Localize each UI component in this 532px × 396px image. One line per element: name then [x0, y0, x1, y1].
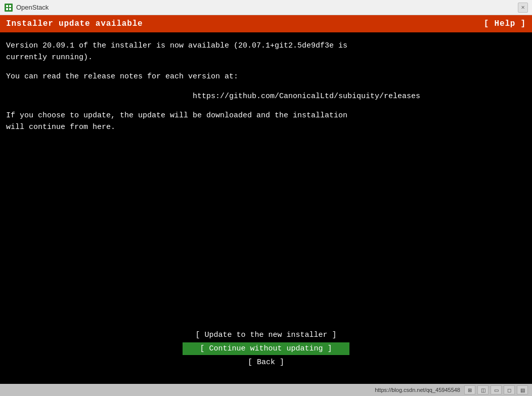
update-info: If you choose to update, the update will… — [6, 110, 526, 133]
update-button[interactable]: [ Update to the new installer ] — [183, 329, 349, 341]
status-icon-3: ▭ — [491, 385, 502, 394]
status-icon-5: ▤ — [517, 385, 528, 394]
status-bar: https://blog.csdn.net/qq_45945548 ⊞ ◫ ▭ … — [0, 384, 532, 396]
status-icon-2: ◫ — [477, 385, 489, 394]
title-bar: OpenStack ✕ — [0, 0, 532, 15]
continue-button[interactable]: [ Continue without updating ] — [183, 342, 349, 355]
status-icon-1: ⊞ — [464, 385, 475, 394]
release-notes-label: You can read the release notes for each … — [6, 71, 526, 83]
terminal-area: Installer update available [ Help ] Vers… — [0, 15, 532, 384]
status-url: https://blog.csdn.net/qq_45945548 — [375, 387, 460, 393]
content-area: Version 20.09.1 of the installer is now … — [0, 32, 532, 329]
installer-header: Installer update available [ Help ] — [0, 15, 532, 32]
svg-rect-4 — [9, 8, 11, 10]
release-notes-url: https://github.com/CanonicalLtd/subiquit… — [6, 91, 526, 103]
header-title: Installer update available — [6, 19, 143, 28]
svg-rect-2 — [9, 5, 11, 7]
close-button[interactable]: ✕ — [518, 3, 528, 13]
status-icon-4: ◻ — [504, 385, 515, 394]
window-title: OpenStack — [16, 4, 515, 11]
help-label[interactable]: [ Help ] — [484, 19, 526, 28]
svg-rect-1 — [6, 5, 8, 7]
svg-rect-3 — [6, 8, 8, 10]
version-info: Version 20.09.1 of the installer is now … — [6, 40, 526, 63]
openstack-icon — [4, 3, 13, 12]
buttons-area: [ Update to the new installer ] [ Contin… — [0, 329, 532, 384]
status-icons: ⊞ ◫ ▭ ◻ ▤ — [464, 385, 528, 394]
back-button[interactable]: [ Back ] — [183, 356, 349, 369]
